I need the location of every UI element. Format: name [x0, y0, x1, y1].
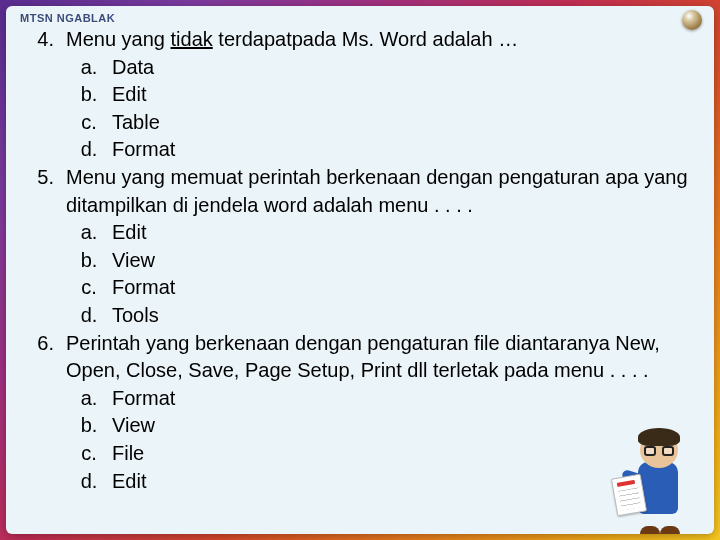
option-text: File: [112, 440, 700, 468]
option-text: Tools: [112, 302, 700, 330]
text-pre: Menu yang: [66, 28, 171, 50]
option-row: c.File: [20, 440, 700, 468]
text-underline: tidak: [171, 28, 213, 50]
question-4: 4. Menu yang tidak terdapatpada Ms. Word…: [20, 26, 700, 54]
option-letter: a.: [66, 54, 112, 82]
header-label: MTSN NGABLAK: [20, 12, 700, 24]
option-text: View: [112, 412, 700, 440]
option-text: Table: [112, 109, 700, 137]
option-row: d.Tools: [20, 302, 700, 330]
option-letter: b.: [66, 412, 112, 440]
option-letter: b.: [66, 81, 112, 109]
option-letter: c.: [66, 274, 112, 302]
question-text: Menu yang memuat perintah berkenaan deng…: [66, 164, 700, 219]
option-text: Format: [112, 385, 700, 413]
question-number: 4.: [20, 26, 66, 54]
option-row: b.Edit: [20, 81, 700, 109]
question-text: Perintah yang berkenaan dengan pengatura…: [66, 330, 700, 385]
option-text: View: [112, 247, 700, 275]
option-letter: a.: [66, 385, 112, 413]
option-row: d.Format: [20, 136, 700, 164]
option-text: Data: [112, 54, 700, 82]
option-row: b.View: [20, 247, 700, 275]
option-text: Format: [112, 136, 700, 164]
option-letter: b.: [66, 247, 112, 275]
mascot-illustration: [616, 428, 706, 534]
question-5: 5. Menu yang memuat perintah berkenaan d…: [20, 164, 700, 219]
option-text: Edit: [112, 219, 700, 247]
option-text: Format: [112, 274, 700, 302]
corner-ornament: [682, 10, 702, 30]
question-6: 6. Perintah yang berkenaan dengan pengat…: [20, 330, 700, 385]
option-row: c.Table: [20, 109, 700, 137]
option-row: a.Edit: [20, 219, 700, 247]
text-post: terdapatpada Ms. Word adalah …: [213, 28, 518, 50]
option-letter: c.: [66, 440, 112, 468]
content-area: 4. Menu yang tidak terdapatpada Ms. Word…: [20, 26, 700, 495]
option-letter: d.: [66, 302, 112, 330]
option-row: d.Edit: [20, 468, 700, 496]
option-row: c.Format: [20, 274, 700, 302]
option-row: a.Format: [20, 385, 700, 413]
option-row: a.Data: [20, 54, 700, 82]
option-letter: c.: [66, 109, 112, 137]
option-letter: d.: [66, 468, 112, 496]
question-text: Menu yang tidak terdapatpada Ms. Word ad…: [66, 26, 700, 54]
option-letter: a.: [66, 219, 112, 247]
question-number: 5.: [20, 164, 66, 219]
slide-frame: MTSN NGABLAK 4. Menu yang tidak terdapat…: [6, 6, 714, 534]
option-text: Edit: [112, 81, 700, 109]
option-letter: d.: [66, 136, 112, 164]
option-row: b.View: [20, 412, 700, 440]
question-number: 6.: [20, 330, 66, 385]
